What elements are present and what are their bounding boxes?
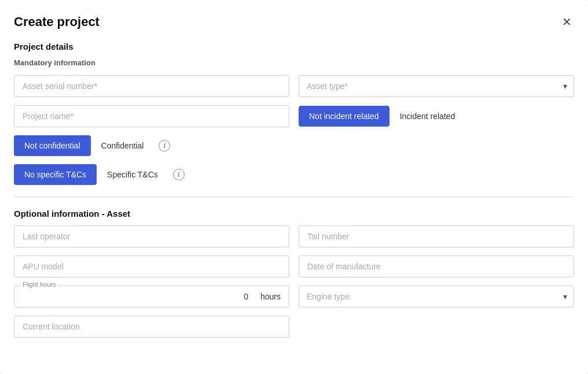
incident-related-button[interactable]: Incident related: [389, 106, 466, 127]
modal-title: Create project: [14, 14, 100, 29]
incident-toggle-area: Not incident related Incident related: [299, 106, 574, 127]
engine-type-wrapper: ▾ Engine type: [299, 286, 574, 308]
close-button[interactable]: ✕: [560, 14, 574, 30]
row-tcs: No specific T&Cs Specific T&Cs i: [14, 164, 574, 185]
project-name-col: [14, 105, 289, 127]
tcs-info-icon[interactable]: i: [173, 169, 185, 180]
row-project-incident: Not incident related Incident related: [14, 105, 574, 127]
specific-tcs-button[interactable]: Specific T&Cs: [97, 164, 168, 185]
flight-hours-wrapper: Flight hours hours: [14, 286, 289, 308]
date-manufacture-col: [299, 255, 574, 277]
row-confidential: Not confidential Confidential i: [14, 135, 574, 156]
current-location-input[interactable]: [14, 316, 289, 338]
flight-hours-inner: hours: [14, 286, 289, 307]
row-asset-info: ▾ Asset type*: [14, 75, 574, 97]
flight-hours-col: Flight hours hours: [14, 286, 289, 308]
apu-model-input[interactable]: [14, 255, 289, 277]
close-icon: ✕: [562, 16, 572, 28]
section-divider: [14, 197, 574, 197]
project-details-title: Project details: [14, 42, 574, 51]
last-operator-input[interactable]: [14, 225, 289, 247]
asset-type-col: ▾ Asset type*: [299, 75, 574, 97]
not-incident-related-button[interactable]: Not incident related: [299, 106, 389, 127]
confidential-button[interactable]: Confidential: [91, 135, 155, 156]
confidential-toggle-group: Not confidential Confidential i: [14, 135, 170, 156]
row-hours-engine: Flight hours hours ▾ Engine type: [14, 286, 574, 308]
mandatory-info-title: Mandatory information: [14, 58, 574, 67]
date-of-manufacture-input[interactable]: [299, 255, 574, 277]
tcs-toggle-group: No specific T&Cs Specific T&Cs i: [14, 164, 185, 185]
confidential-info-icon[interactable]: i: [159, 140, 170, 151]
current-location-col: [14, 316, 289, 338]
flight-hours-label: Flight hours: [20, 281, 58, 288]
asset-type-select[interactable]: [299, 75, 574, 97]
asset-type-wrapper: ▾ Asset type*: [299, 75, 574, 97]
tail-number-col: [299, 225, 574, 247]
flight-hours-unit: hours: [260, 292, 281, 301]
project-name-input[interactable]: [14, 105, 289, 127]
optional-info-title: Optional information - Asset: [14, 209, 574, 219]
tail-number-input[interactable]: [299, 225, 574, 247]
last-operator-col: [14, 225, 289, 247]
asset-serial-input[interactable]: [14, 75, 289, 97]
row-operator-tail: [14, 225, 574, 247]
row-current-location: [14, 316, 574, 338]
optional-section: Optional information - Asset Flight hou: [14, 209, 574, 338]
asset-serial-col: [14, 75, 289, 97]
modal-header: Create project ✕: [14, 14, 574, 30]
not-confidential-button[interactable]: Not confidential: [14, 135, 91, 156]
no-specific-tcs-button[interactable]: No specific T&Cs: [14, 164, 97, 185]
apu-model-col: [14, 255, 289, 277]
create-project-modal: Create project ✕ Project details Mandato…: [0, 0, 588, 374]
engine-type-select[interactable]: [299, 286, 574, 308]
flight-hours-input[interactable]: [23, 292, 257, 301]
engine-type-col: ▾ Engine type: [299, 286, 574, 308]
row-apu-date: [14, 255, 574, 277]
incident-toggle-group: Not incident related Incident related: [299, 106, 465, 127]
